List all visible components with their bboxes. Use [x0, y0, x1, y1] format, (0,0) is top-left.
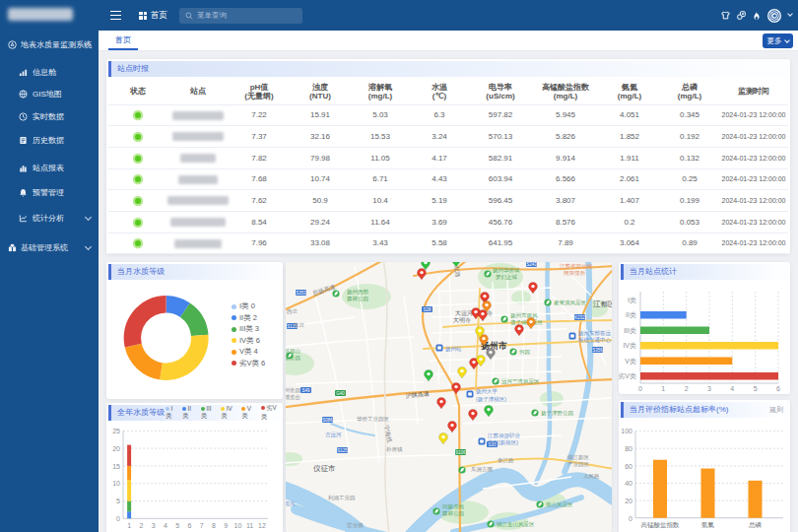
svg-text:4: 4: [164, 522, 167, 529]
svg-text:地景公园: 地景公园: [286, 355, 300, 362]
svg-text:菱菜清风景区: 菱菜清风景区: [554, 299, 587, 306]
svg-text:IV类: IV类: [623, 342, 636, 349]
svg-text:劣V类: 劣V类: [619, 372, 636, 380]
svg-text:高锰酸盐指数: 高锰酸盐指数: [641, 521, 681, 529]
svg-text:扬州华侨城: 扬州华侨城: [493, 267, 520, 274]
svg-text:1: 1: [661, 385, 665, 392]
svg-text:朴席镇: 朴席镇: [385, 446, 403, 452]
svg-text:S125: S125: [337, 448, 348, 453]
svg-text:20: 20: [112, 445, 120, 452]
svg-text:春江路: 春江路: [498, 457, 514, 464]
svg-text:S086: S086: [322, 418, 333, 423]
svg-text:扬子津野公园: 扬子津野公园: [541, 410, 573, 417]
svg-text:III类: III类: [624, 327, 636, 334]
svg-text:5: 5: [116, 498, 120, 504]
svg-text:100: 100: [621, 428, 632, 434]
svg-text:40: 40: [625, 480, 632, 487]
svg-text:S49: S49: [301, 388, 310, 393]
svg-text:江都区: 江都区: [593, 299, 612, 308]
svg-text:11: 11: [246, 522, 253, 529]
svg-text:乌塔沟: 乌塔沟: [286, 500, 296, 507]
svg-text:5: 5: [754, 385, 758, 392]
svg-text:I类: I类: [628, 297, 636, 303]
svg-text:5: 5: [175, 522, 179, 529]
svg-text:总磷: 总磷: [748, 521, 763, 528]
svg-text:2: 2: [685, 385, 689, 392]
svg-text:7: 7: [200, 522, 204, 529]
svg-text:K232: K232: [574, 315, 585, 320]
svg-text:0: 0: [629, 515, 632, 522]
svg-text:学院(新校区): 学院(新校区): [488, 439, 518, 446]
svg-text:0: 0: [116, 515, 120, 522]
svg-text:梦幻之城: 梦幻之城: [496, 274, 518, 281]
svg-text:人民路: 人民路: [583, 473, 600, 479]
svg-text:3: 3: [707, 385, 711, 392]
svg-text:闸管理所: 闸管理所: [564, 270, 586, 277]
svg-text:官业镇: 官业镇: [347, 522, 364, 528]
svg-text:2: 2: [139, 522, 143, 529]
svg-text:仪征市: 仪征市: [313, 464, 336, 473]
svg-text:0: 0: [638, 385, 642, 392]
svg-text:吉运河: 吉运河: [325, 432, 342, 438]
svg-text:枢纽交通中心: 枢纽交通中心: [578, 336, 612, 343]
svg-text:产业园区: 产业园区: [567, 461, 590, 468]
svg-text:扬州市观风: 扬州市观风: [510, 312, 538, 319]
svg-text:15: 15: [112, 463, 120, 470]
svg-text:扬州站: 扬州站: [445, 346, 462, 353]
svg-text:10: 10: [234, 522, 242, 529]
svg-text:江苏省邵仙闲: 江苏省邵仙闲: [560, 263, 593, 270]
svg-text:扬州西部: 扬州西部: [347, 289, 369, 296]
svg-text:V类: V类: [625, 358, 636, 365]
svg-text:80: 80: [625, 445, 632, 452]
svg-text:G40: G40: [336, 391, 345, 396]
svg-text:II类: II类: [626, 311, 636, 318]
svg-text:利涵工业园: 利涵工业园: [328, 495, 356, 501]
svg-text:S353: S353: [296, 291, 306, 296]
svg-text:镇江新区: 镇江新区: [567, 454, 590, 461]
svg-text:1: 1: [127, 522, 131, 529]
svg-text:S106: S106: [455, 450, 466, 455]
svg-text:60: 60: [625, 463, 632, 470]
svg-text:20: 20: [625, 498, 632, 504]
svg-text:扬州东部客运: 扬州东部客运: [578, 330, 612, 337]
svg-text:瓜洲古園: 瓜洲古園: [471, 466, 493, 473]
svg-text:何园: 何园: [519, 349, 530, 356]
svg-text:森林公园: 森林公园: [442, 510, 464, 517]
svg-text:6: 6: [776, 385, 780, 392]
svg-text:艺博览会: 艺博览会: [286, 394, 301, 401]
svg-text:9: 9: [224, 522, 228, 529]
svg-text:25: 25: [112, 428, 120, 434]
svg-text:S28: S28: [423, 307, 432, 312]
svg-text:8: 8: [212, 522, 216, 529]
svg-text:闰扬湿地: 闰扬湿地: [442, 503, 465, 510]
svg-text:氨氮: 氨氮: [701, 521, 715, 528]
svg-text:12: 12: [258, 522, 266, 529]
svg-text:扬州世园: 扬州世园: [286, 387, 300, 394]
svg-text:(扬子津校区): (扬子津校区): [476, 396, 506, 403]
svg-text:4: 4: [730, 385, 734, 392]
svg-text:大明寺: 大明寺: [453, 316, 471, 323]
svg-text:森林公园: 森林公园: [347, 296, 368, 302]
svg-text:江苏旅游职业: 江苏旅游职业: [488, 432, 521, 439]
svg-text:朱庄: 朱庄: [294, 322, 305, 328]
svg-text:焦山风景区: 焦山风景区: [546, 501, 573, 507]
svg-text:扬州大学: 扬州大学: [476, 388, 499, 395]
svg-text:6: 6: [187, 522, 191, 529]
svg-text:西庄: 西庄: [287, 308, 299, 315]
svg-text:3: 3: [152, 522, 156, 529]
svg-text:仪征捺山: 仪征捺山: [286, 348, 300, 355]
svg-text:S243: S243: [526, 262, 537, 267]
svg-text:镇江金山风景区: 镇江金山风景区: [497, 521, 535, 528]
svg-text:10: 10: [112, 480, 120, 487]
svg-text:S356: S356: [592, 348, 603, 353]
svg-text:华侨工业园区: 华侨工业园区: [357, 416, 390, 423]
svg-text:运河三湾风景区: 运河三湾风景区: [501, 378, 540, 385]
